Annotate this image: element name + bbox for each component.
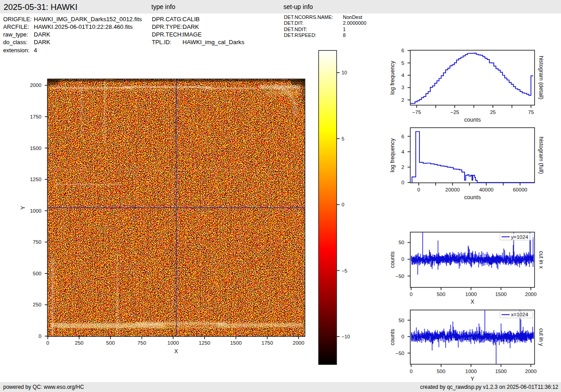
- svg-text:40000: 40000: [479, 187, 493, 192]
- svg-text:1500: 1500: [495, 369, 507, 374]
- svg-text:1250: 1250: [199, 340, 210, 346]
- svg-text:2: 2: [401, 97, 404, 103]
- svg-text:−75: −75: [412, 109, 421, 115]
- svg-text:750: 750: [137, 340, 146, 346]
- svg-text:−25: −25: [450, 109, 459, 115]
- svg-text:1000: 1000: [168, 340, 179, 346]
- svg-text:1000: 1000: [30, 208, 41, 214]
- svg-text:50: 50: [398, 318, 404, 323]
- svg-text:2000: 2000: [525, 292, 537, 297]
- svg-text:6: 6: [401, 134, 404, 139]
- svg-text:−50: −50: [396, 273, 405, 279]
- svg-text:cut in y: cut in y: [538, 328, 544, 346]
- svg-text:6: 6: [401, 48, 404, 53]
- svg-text:y=1024: y=1024: [511, 234, 529, 240]
- svg-text:1000: 1000: [465, 369, 477, 374]
- svg-text:counts: counts: [464, 194, 481, 201]
- svg-text:60000: 60000: [513, 187, 527, 192]
- svg-text:500: 500: [33, 271, 41, 276]
- svg-text:counts: counts: [389, 251, 396, 268]
- svg-text:1500: 1500: [495, 292, 507, 297]
- svg-text:X: X: [470, 299, 474, 305]
- svg-text:5: 5: [342, 136, 344, 141]
- svg-text:1500: 1500: [30, 146, 41, 151]
- svg-text:1000: 1000: [465, 292, 477, 297]
- svg-text:Y: Y: [470, 376, 474, 382]
- svg-text:4: 4: [401, 73, 405, 78]
- svg-text:1750: 1750: [30, 114, 41, 119]
- svg-text:log frequency: log frequency: [389, 60, 396, 95]
- svg-text:3: 3: [401, 85, 404, 90]
- svg-text:counts: counts: [464, 117, 481, 123]
- svg-text:1250: 1250: [30, 177, 41, 182]
- svg-text:4: 4: [401, 149, 405, 155]
- svg-text:2: 2: [401, 164, 404, 170]
- svg-text:0: 0: [46, 340, 49, 346]
- svg-text:0: 0: [39, 333, 41, 339]
- svg-text:histogram (full): histogram (full): [538, 137, 544, 174]
- svg-text:0: 0: [401, 256, 404, 262]
- svg-text:250: 250: [33, 302, 41, 307]
- svg-text:250: 250: [75, 340, 83, 346]
- svg-text:500: 500: [437, 369, 445, 374]
- svg-text:75: 75: [528, 109, 534, 115]
- svg-text:750: 750: [33, 239, 41, 245]
- svg-text:−10: −10: [342, 334, 350, 339]
- svg-text:0: 0: [401, 180, 404, 185]
- svg-text:log frequency: log frequency: [389, 138, 396, 172]
- svg-text:500: 500: [106, 340, 115, 346]
- svg-text:10: 10: [342, 70, 347, 75]
- svg-text:0: 0: [410, 369, 412, 374]
- svg-text:counts: counts: [389, 329, 396, 346]
- svg-text:1750: 1750: [261, 340, 273, 346]
- svg-text:500: 500: [437, 292, 445, 297]
- svg-text:0: 0: [342, 202, 344, 207]
- svg-text:25: 25: [490, 109, 496, 115]
- svg-text:2000: 2000: [293, 340, 305, 346]
- svg-text:0: 0: [401, 334, 404, 339]
- svg-text:1500: 1500: [230, 340, 242, 346]
- svg-text:histogram (detail): histogram (detail): [538, 56, 544, 100]
- svg-text:2000: 2000: [525, 369, 537, 374]
- svg-text:5: 5: [401, 60, 404, 66]
- svg-text:2000: 2000: [30, 82, 41, 88]
- svg-text:−50: −50: [396, 351, 405, 356]
- svg-text:20000: 20000: [445, 187, 460, 192]
- svg-text:0: 0: [417, 187, 420, 192]
- svg-text:X: X: [174, 348, 178, 355]
- svg-text:Y: Y: [20, 205, 26, 210]
- svg-text:x=1024: x=1024: [511, 312, 529, 317]
- svg-text:cut in x: cut in x: [538, 251, 544, 269]
- svg-text:0: 0: [410, 292, 412, 297]
- svg-text:−5: −5: [342, 268, 347, 273]
- svg-text:50: 50: [398, 240, 404, 245]
